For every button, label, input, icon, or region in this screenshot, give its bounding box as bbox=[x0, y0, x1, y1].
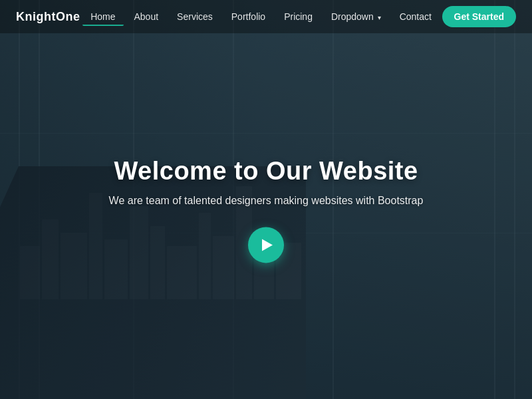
nav-item-contact[interactable]: Contact bbox=[392, 7, 440, 26]
nav-item-about[interactable]: About bbox=[126, 7, 167, 26]
hero-section: KnightOne Home About Services Portfolio … bbox=[0, 0, 532, 399]
hero-subtitle: We are team of talented designers making… bbox=[66, 195, 466, 207]
nav-link-pricing[interactable]: Pricing bbox=[276, 7, 321, 26]
get-started-button[interactable]: Get Started bbox=[442, 6, 516, 27]
play-icon bbox=[262, 239, 273, 251]
navbar: KnightOne Home About Services Portfolio … bbox=[0, 0, 532, 33]
nav-link-home[interactable]: Home bbox=[82, 7, 123, 26]
nav-link-dropdown[interactable]: Dropdown ▾ bbox=[323, 7, 389, 26]
brand-logo: KnightOne bbox=[16, 10, 80, 24]
chevron-down-icon: ▾ bbox=[378, 14, 381, 21]
hero-title: Welcome to Our Website bbox=[66, 157, 466, 186]
nav-links: Home About Services Portfolio Pricing Dr… bbox=[82, 7, 440, 26]
nav-item-dropdown[interactable]: Dropdown ▾ bbox=[323, 7, 389, 26]
nav-link-portfolio[interactable]: Portfolio bbox=[223, 7, 273, 26]
nav-link-about[interactable]: About bbox=[126, 7, 167, 26]
play-video-button[interactable] bbox=[248, 227, 284, 263]
nav-item-portfolio[interactable]: Portfolio bbox=[223, 7, 273, 26]
nav-item-home[interactable]: Home bbox=[82, 7, 123, 26]
nav-link-services[interactable]: Services bbox=[169, 7, 221, 26]
nav-item-pricing[interactable]: Pricing bbox=[276, 7, 321, 26]
hero-content: Welcome to Our Website We are team of ta… bbox=[66, 157, 466, 263]
nav-link-contact[interactable]: Contact bbox=[392, 7, 440, 26]
nav-item-services[interactable]: Services bbox=[169, 7, 221, 26]
